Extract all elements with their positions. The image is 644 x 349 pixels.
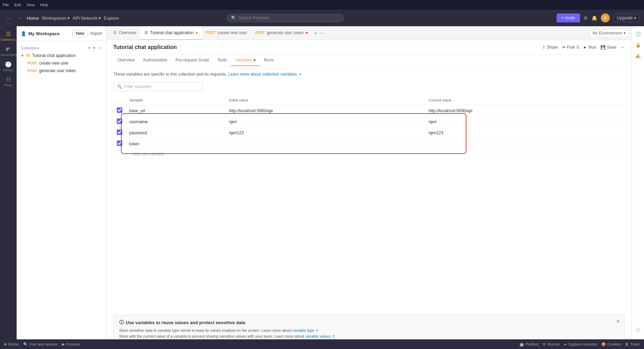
sub-tab-authorization[interactable]: Authorization [139, 55, 171, 66]
search-input[interactable] [238, 16, 340, 20]
explore-link[interactable]: Explore [104, 16, 119, 21]
menu-file[interactable]: File [3, 3, 9, 7]
invite-icon: + [561, 16, 564, 20]
share-button[interactable]: ⇧ Share [542, 45, 558, 50]
row-checkbox[interactable] [117, 107, 122, 113]
more-options-button[interactable]: ⋯ [97, 45, 102, 50]
sidebar-item-flows[interactable]: ☷ Flows [1, 75, 15, 88]
var-current[interactable]: njeri123 [425, 127, 625, 138]
api-network-menu[interactable]: API Network ▾ [73, 16, 101, 21]
find-replace-button[interactable]: 🔍 Find and replace [23, 342, 58, 347]
tab-gen-token[interactable]: POST generate user token [251, 26, 312, 40]
tab-overview[interactable]: ☰ Overview [109, 26, 140, 40]
row-checkbox[interactable] [117, 118, 122, 124]
row-checkbox[interactable] [117, 140, 122, 146]
right-sidebar-comments[interactable]: ✍ [633, 51, 643, 61]
console-button[interactable]: ▶ Console [62, 342, 80, 347]
request-item-gen-token[interactable]: POST generate user token [18, 67, 105, 75]
var-current[interactable]: njeri [425, 116, 625, 127]
more-tabs-button[interactable]: ⋯ [319, 30, 324, 36]
sidebar-item-environments[interactable]: ◤ Environments [1, 44, 15, 58]
var-name[interactable]: username [126, 116, 226, 127]
new-button[interactable]: New [72, 30, 88, 37]
sort-button[interactable]: ≡ [93, 45, 95, 50]
request-item-create-user[interactable]: POST create new user [18, 59, 105, 67]
filter-bar[interactable]: 🔍 [113, 82, 203, 91]
runner-button[interactable]: ⚙ Runner [542, 342, 560, 347]
sidebar-header: 👤 My Workspace New Import [17, 26, 106, 41]
learn-more-link[interactable]: Learn more about collection variables ↗ [228, 72, 302, 77]
tab-create-user[interactable]: POST create new user [202, 26, 251, 40]
postbot-button[interactable]: 🤖 Postbot [519, 342, 538, 347]
search-bar[interactable]: 🔍 [227, 14, 344, 22]
capture-requests-button[interactable]: ● Capture requests [564, 342, 597, 346]
var-name[interactable]: password [126, 127, 226, 138]
import-button[interactable]: Import [90, 30, 102, 37]
var-initial[interactable]: njeri [226, 116, 425, 127]
avatar[interactable]: U [601, 13, 610, 22]
var-initial[interactable]: http://localhost:5000/api [226, 105, 425, 116]
var-name[interactable]: token [126, 138, 226, 149]
home-link[interactable]: Home [27, 16, 39, 21]
variables-dot [254, 59, 256, 61]
trash-icon: 🗑 [625, 342, 629, 346]
add-variable-row[interactable]: Add new variable [113, 149, 625, 159]
top-nav: ← → Home Workspaces ▾ API Network ▾ Expl… [0, 10, 644, 26]
online-status[interactable]: Online [4, 342, 19, 346]
menu-help[interactable]: Help [40, 3, 48, 7]
settings-button[interactable]: ⚙ [584, 15, 588, 21]
back-button[interactable]: ← [4, 14, 13, 22]
info-icon: ⓘ [119, 319, 124, 326]
chevron-down-icon: ▾ [98, 16, 101, 21]
variable-type-link[interactable]: variable type ↗ [293, 328, 318, 332]
run-button[interactable]: ► Run [583, 45, 596, 50]
add-collection-button[interactable]: + [88, 45, 91, 50]
sidebar-item-collections[interactable]: ☰ Collections [1, 29, 15, 43]
menu-edit[interactable]: Edit [15, 3, 21, 7]
var-initial[interactable]: njeri123 [226, 127, 425, 138]
menu-view[interactable]: View [27, 3, 35, 7]
collection-item-tutorial[interactable]: ▼ 📁 Tutorial chat application [18, 52, 105, 59]
sidebar-panel: 👤 My Workspace New Import Collections + … [17, 26, 106, 349]
bell-button[interactable]: 🔔 [591, 15, 597, 21]
environment-icon: ◤ [6, 46, 10, 52]
var-current[interactable] [425, 138, 625, 149]
right-sidebar-info[interactable]: ⓘ [633, 326, 643, 335]
banner-close-button[interactable]: ✕ [616, 319, 620, 324]
collection-tab-icon: ☰ [113, 30, 117, 35]
environment-selector[interactable]: No Environment ▾ [589, 29, 629, 37]
variable-values-link[interactable]: variable values ↗ [305, 334, 334, 338]
add-variable-placeholder[interactable]: Add new variable [129, 149, 168, 158]
var-current[interactable]: http://localhost:5000/api [425, 105, 625, 116]
add-tab-button[interactable]: + [312, 30, 319, 36]
sub-tab-runs[interactable]: Runs [260, 55, 278, 66]
sub-tab-tests[interactable]: Tests [213, 55, 231, 66]
share-icon: ⇧ [542, 45, 546, 50]
sub-tab-overview[interactable]: Overview [113, 55, 139, 66]
var-name[interactable]: base_url [126, 105, 226, 116]
tab-tutorial[interactable]: ☰ Tutorial chat application [140, 26, 202, 40]
save-button[interactable]: 💾 Save [600, 45, 616, 50]
sub-tab-pre-request[interactable]: Pre-request Script [171, 55, 213, 66]
run-icon: ► [583, 45, 587, 50]
cookies-button[interactable]: 🍪 Cookies [601, 342, 621, 347]
collections-icon: ☰ [6, 31, 11, 37]
trash-button[interactable]: 🗑 Trash [625, 342, 640, 346]
main-content: ☰ Overview ☰ Tutorial chat application P… [106, 26, 632, 349]
var-initial[interactable] [226, 138, 425, 149]
more-actions-button[interactable]: ⋯ [621, 45, 625, 50]
info-banner-title: ⓘ Use variables to reuse values and prot… [119, 319, 619, 326]
right-sidebar-history[interactable]: 🕐 [633, 29, 643, 39]
row-checkbox[interactable] [117, 129, 122, 135]
fork-button[interactable]: ⚩ Fork 0 [562, 45, 579, 50]
invite-button[interactable]: + Invite [557, 13, 580, 22]
sidebar-item-history[interactable]: 🕐 History [1, 59, 15, 73]
upgrade-button[interactable]: Upgrade ▾ [613, 14, 640, 22]
online-dot [4, 343, 7, 346]
sub-tab-variables[interactable]: Variables [231, 55, 260, 66]
filter-input[interactable] [124, 84, 199, 89]
right-sidebar-cookies[interactable]: 🔒 [633, 40, 643, 50]
workspaces-menu[interactable]: Workspaces ▾ [42, 16, 70, 21]
info-banner-text: Store sensitive data in variable type se… [119, 328, 619, 339]
forward-button[interactable]: → [16, 14, 24, 22]
